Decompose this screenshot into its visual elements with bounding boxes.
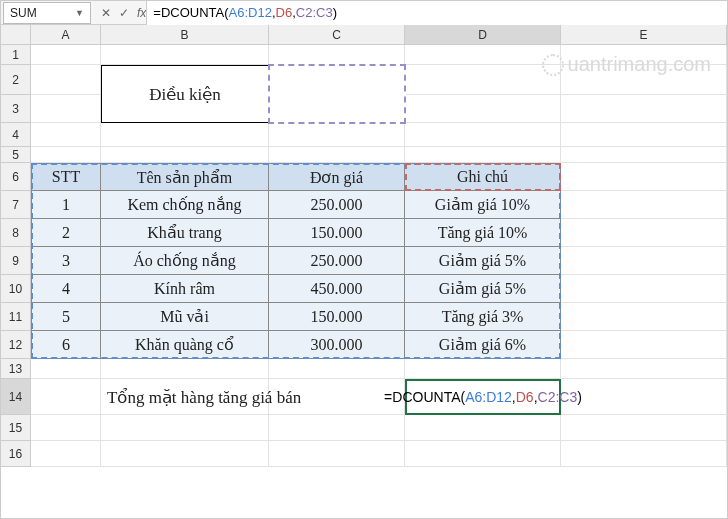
cell-B15[interactable]	[101, 415, 269, 441]
cell-C1[interactable]	[269, 45, 405, 65]
col-header-A[interactable]: A	[31, 25, 101, 45]
col-header-C[interactable]: C	[269, 25, 405, 45]
criteria-label[interactable]: Điều kiện	[101, 65, 269, 123]
cell-E1[interactable]	[561, 45, 727, 65]
cell-A1[interactable]	[31, 45, 101, 65]
cell-D4[interactable]	[405, 123, 561, 147]
cell-B10[interactable]: Kính râm	[101, 275, 269, 303]
cell-D15[interactable]	[405, 415, 561, 441]
cell-C15[interactable]	[269, 415, 405, 441]
cell-E8[interactable]	[561, 219, 727, 247]
cell-C16[interactable]	[269, 441, 405, 467]
cell-A7[interactable]: 1	[31, 191, 101, 219]
cell-B12[interactable]: Khăn quàng cổ	[101, 331, 269, 359]
cell-A10[interactable]: 4	[31, 275, 101, 303]
cancel-icon[interactable]: ✕	[101, 6, 111, 20]
chevron-down-icon[interactable]: ▼	[75, 8, 84, 18]
cell-D7[interactable]: Giảm giá 10%	[405, 191, 561, 219]
row-header-2[interactable]: 2	[1, 65, 31, 95]
row-header-12[interactable]: 12	[1, 331, 31, 359]
cell-E5[interactable]	[561, 147, 727, 163]
name-box[interactable]: SUM ▼	[3, 2, 91, 24]
row-header-9[interactable]: 9	[1, 247, 31, 275]
cell-C9[interactable]: 250.000	[269, 247, 405, 275]
row-header-10[interactable]: 10	[1, 275, 31, 303]
row-header-3[interactable]: 3	[1, 95, 31, 123]
cell-C4[interactable]	[269, 123, 405, 147]
cell-D9[interactable]: Giảm giá 5%	[405, 247, 561, 275]
cell-D6[interactable]: Ghi chú	[405, 163, 561, 191]
cell-B7[interactable]: Kem chống nắng	[101, 191, 269, 219]
col-header-D[interactable]: D	[405, 25, 561, 45]
col-header-B[interactable]: B	[101, 25, 269, 45]
cell-E15[interactable]	[561, 415, 727, 441]
cell-E12[interactable]	[561, 331, 727, 359]
cell-A13[interactable]	[31, 359, 101, 379]
cell-E2[interactable]	[561, 65, 727, 95]
cell-E4[interactable]	[561, 123, 727, 147]
row-header-7[interactable]: 7	[1, 191, 31, 219]
cell-A3[interactable]	[31, 95, 101, 123]
cell-E14[interactable]	[561, 379, 727, 415]
cell-A16[interactable]	[31, 441, 101, 467]
cell-A14[interactable]	[31, 379, 101, 415]
cell-E11[interactable]	[561, 303, 727, 331]
cell-D2[interactable]	[405, 65, 561, 95]
fx-icon[interactable]: fx	[137, 6, 146, 20]
cell-C6[interactable]: Đơn giá	[269, 163, 405, 191]
cell-A6[interactable]: STT	[31, 163, 101, 191]
cell-B8[interactable]: Khẩu trang	[101, 219, 269, 247]
cell-C11[interactable]: 150.000	[269, 303, 405, 331]
summary-label[interactable]: Tổng mặt hàng tăng giá bán	[101, 379, 401, 415]
cell-B6[interactable]: Tên sản phẩm	[101, 163, 269, 191]
cell-A9[interactable]: 3	[31, 247, 101, 275]
col-header-E[interactable]: E	[561, 25, 727, 45]
criteria-range[interactable]: Ghi chú Tăng*	[269, 65, 405, 123]
row-header-15[interactable]: 15	[1, 415, 31, 441]
cell-B11[interactable]: Mũ vải	[101, 303, 269, 331]
cell-C7[interactable]: 250.000	[269, 191, 405, 219]
row-header-6[interactable]: 6	[1, 163, 31, 191]
cell-B5[interactable]	[101, 147, 269, 163]
cell-C12[interactable]: 300.000	[269, 331, 405, 359]
row-header-8[interactable]: 8	[1, 219, 31, 247]
cell-B1[interactable]	[101, 45, 269, 65]
cell-E9[interactable]	[561, 247, 727, 275]
cell-B9[interactable]: Áo chống nắng	[101, 247, 269, 275]
cell-D3[interactable]	[405, 95, 561, 123]
row-header-4[interactable]: 4	[1, 123, 31, 147]
cell-C8[interactable]: 150.000	[269, 219, 405, 247]
select-all-corner[interactable]	[1, 25, 31, 45]
cell-C10[interactable]: 450.000	[269, 275, 405, 303]
row-header-1[interactable]: 1	[1, 45, 31, 65]
cell-E7[interactable]	[561, 191, 727, 219]
cell-C13[interactable]	[269, 359, 405, 379]
cell-D14-active[interactable]: =DCOUNTA(A6:D12,D6,C2:C3)	[405, 379, 561, 415]
cell-D8[interactable]: Tăng giá 10%	[405, 219, 561, 247]
cell-D1[interactable]	[405, 45, 561, 65]
cell-D10[interactable]: Giảm giá 5%	[405, 275, 561, 303]
cell-C5[interactable]	[269, 147, 405, 163]
cell-A15[interactable]	[31, 415, 101, 441]
cell-E16[interactable]	[561, 441, 727, 467]
cell-D5[interactable]	[405, 147, 561, 163]
cell-A4[interactable]	[31, 123, 101, 147]
row-header-16[interactable]: 16	[1, 441, 31, 467]
cell-A2[interactable]	[31, 65, 101, 95]
cell-B4[interactable]	[101, 123, 269, 147]
cell-E10[interactable]	[561, 275, 727, 303]
cell-D11[interactable]: Tăng giá 3%	[405, 303, 561, 331]
cell-B13[interactable]	[101, 359, 269, 379]
cell-E6[interactable]	[561, 163, 727, 191]
cell-A12[interactable]: 6	[31, 331, 101, 359]
row-header-5[interactable]: 5	[1, 147, 31, 163]
confirm-icon[interactable]: ✓	[119, 6, 129, 20]
cell-E13[interactable]	[561, 359, 727, 379]
cell-D16[interactable]	[405, 441, 561, 467]
cell-A11[interactable]: 5	[31, 303, 101, 331]
row-header-11[interactable]: 11	[1, 303, 31, 331]
cell-A8[interactable]: 2	[31, 219, 101, 247]
row-header-13[interactable]: 13	[1, 359, 31, 379]
cell-E3[interactable]	[561, 95, 727, 123]
cell-D13[interactable]	[405, 359, 561, 379]
